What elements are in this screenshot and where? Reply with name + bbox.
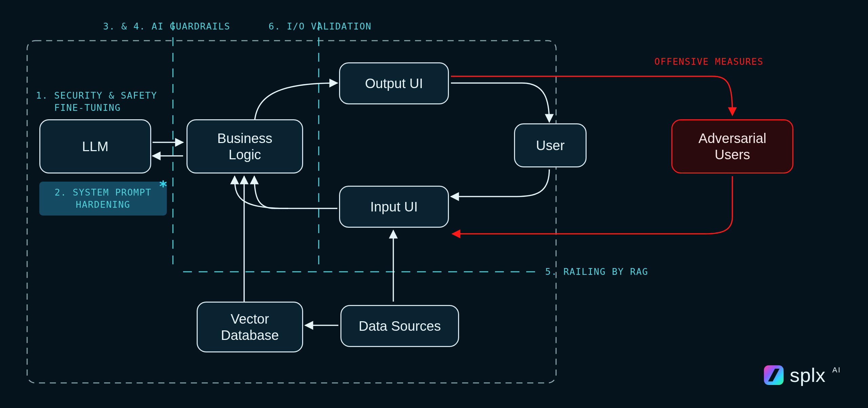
node-output-ui: Output UI [339, 62, 449, 104]
label-step-5: 5. RAILING BY RAG [545, 266, 648, 278]
brand-logo: splx AI [764, 364, 841, 386]
edge-adversarial-to-input-path [454, 176, 732, 234]
edge-input-to-business-a [254, 176, 337, 208]
node-input-ui: Input UI [339, 186, 449, 228]
label-step-3-4: 3. & 4. AI GUARDRAILS [103, 20, 230, 33]
diagram-canvas: 3. & 4. AI GUARDRAILS 6. I/O VALIDATION … [7, 7, 861, 401]
label-offensive-measures: OFFENSIVE MEASURES [654, 56, 764, 68]
logo-suffix: AI [832, 366, 841, 374]
logo-wordmark: splx [790, 364, 825, 386]
label-step-6: 6. I/O VALIDATION [269, 20, 372, 33]
node-llm: LLM [39, 119, 151, 174]
label-step-2-highlight: 2. SYSTEM PROMPT HARDENING [39, 182, 167, 216]
edge-output-to-adversarial [451, 76, 732, 115]
edge-output-to-user [451, 83, 549, 122]
node-business-logic: Business Logic [186, 119, 303, 174]
node-user: User [514, 123, 587, 167]
node-vector-database: Vector Database [197, 302, 303, 352]
node-data-sources: Data Sources [340, 305, 459, 347]
label-step-1: 1. SECURITY & SAFETY FINE-TUNING [36, 89, 157, 114]
edge-user-to-input [451, 169, 549, 197]
node-adversarial-users: Adversarial Users [671, 119, 793, 174]
logo-mark-icon [764, 365, 784, 385]
asterisk-icon: * [159, 178, 168, 195]
edge-hidden [254, 176, 337, 197]
